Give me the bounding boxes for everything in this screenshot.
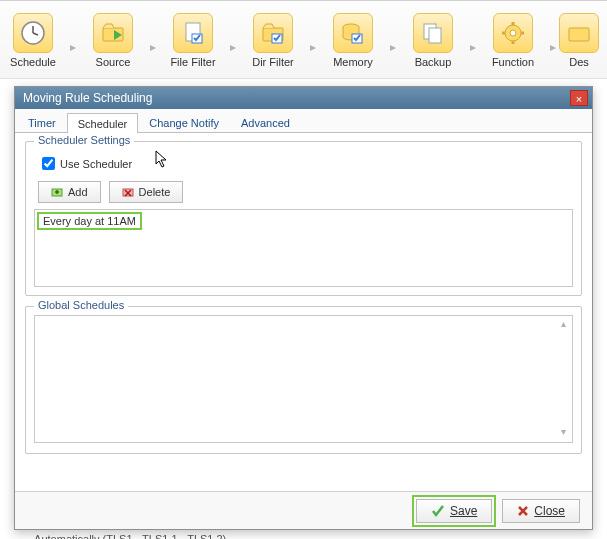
toolbar-label: Des xyxy=(569,56,589,68)
background-text: - Automatically (TLS1 - TLS1.1 - TLS1.2) xyxy=(28,533,226,539)
folder-check-icon xyxy=(253,13,293,53)
button-label: Add xyxy=(68,186,88,198)
toolbar-label: File Filter xyxy=(170,56,215,68)
add-button[interactable]: Add xyxy=(38,181,101,203)
clock-icon xyxy=(13,13,53,53)
group-legend: Global Schedules xyxy=(34,299,128,311)
tab-label: Timer xyxy=(28,117,56,129)
chevron-right-icon: ▸ xyxy=(224,30,242,54)
svg-rect-18 xyxy=(569,28,589,41)
toolbar-label: Dir Filter xyxy=(252,56,294,68)
tab-advanced[interactable]: Advanced xyxy=(230,112,301,132)
global-schedules-listbox[interactable]: ▴ ▾ xyxy=(34,315,573,443)
toolbar-label: Source xyxy=(96,56,131,68)
scheduling-dialog: Moving Rule Scheduling × Timer Scheduler… xyxy=(14,86,593,530)
use-scheduler-label: Use Scheduler xyxy=(60,158,132,170)
close-button[interactable]: Close xyxy=(502,499,580,523)
schedule-item[interactable]: Every day at 11AM xyxy=(37,212,142,230)
close-icon: × xyxy=(576,93,582,105)
button-label: Close xyxy=(534,504,565,518)
toolbar-label: Function xyxy=(492,56,534,68)
close-icon xyxy=(517,505,529,517)
file-check-icon xyxy=(173,13,213,53)
chevron-right-icon: ▸ xyxy=(304,30,322,54)
toolbar-dir-filter[interactable]: Dir Filter xyxy=(242,11,304,72)
schedules-listbox[interactable]: Every day at 11AM xyxy=(34,209,573,287)
main-toolbar: Schedule ▸ Source ▸ File Filter ▸ Dir Fi… xyxy=(0,1,607,79)
folder-icon xyxy=(559,13,599,53)
group-legend: Scheduler Settings xyxy=(34,134,134,146)
dialog-footer: Save Close xyxy=(15,491,592,529)
folder-arrow-icon xyxy=(93,13,133,53)
delete-icon xyxy=(122,186,134,198)
scroll-down-icon[interactable]: ▾ xyxy=(556,426,570,440)
dialog-title: Moving Rule Scheduling xyxy=(23,91,570,105)
scheduler-settings-group: Scheduler Settings Use Scheduler Add Del… xyxy=(25,141,582,296)
toolbar-backup[interactable]: Backup xyxy=(402,11,464,72)
dialog-titlebar[interactable]: Moving Rule Scheduling × xyxy=(15,87,592,109)
db-check-icon xyxy=(333,13,373,53)
use-scheduler-checkbox[interactable] xyxy=(42,157,55,170)
dialog-tabs: Timer Scheduler Change Notify Advanced xyxy=(15,109,592,133)
scroll-up-icon[interactable]: ▴ xyxy=(556,318,570,332)
tab-timer[interactable]: Timer xyxy=(17,112,67,132)
chevron-right-icon: ▸ xyxy=(384,30,402,54)
toolbar-label: Memory xyxy=(333,56,373,68)
toolbar-memory[interactable]: Memory xyxy=(322,11,384,72)
toolbar-label: Backup xyxy=(415,56,452,68)
toolbar-file-filter[interactable]: File Filter xyxy=(162,11,224,72)
chevron-right-icon: ▸ xyxy=(144,30,162,54)
chevron-right-icon: ▸ xyxy=(464,30,482,54)
save-button[interactable]: Save xyxy=(416,499,492,523)
check-icon xyxy=(431,504,445,518)
global-schedules-group: Global Schedules ▴ ▾ xyxy=(25,306,582,454)
tab-label: Scheduler xyxy=(78,118,128,130)
delete-button[interactable]: Delete xyxy=(109,181,184,203)
tab-change-notify[interactable]: Change Notify xyxy=(138,112,230,132)
toolbar-destination[interactable]: Des xyxy=(562,11,596,72)
toolbar-label: Schedule xyxy=(10,56,56,68)
button-label: Delete xyxy=(139,186,171,198)
svg-point-13 xyxy=(510,30,516,36)
tab-label: Change Notify xyxy=(149,117,219,129)
toolbar-schedule[interactable]: Schedule xyxy=(2,11,64,72)
button-label: Save xyxy=(450,504,477,518)
chevron-right-icon: ▸ xyxy=(64,30,82,54)
tab-label: Advanced xyxy=(241,117,290,129)
gear-icon xyxy=(493,13,533,53)
add-icon xyxy=(51,186,63,198)
copy-icon xyxy=(413,13,453,53)
svg-rect-11 xyxy=(429,28,441,43)
toolbar-function[interactable]: Function xyxy=(482,11,544,72)
tab-scheduler[interactable]: Scheduler xyxy=(67,113,139,133)
toolbar-source[interactable]: Source xyxy=(82,11,144,72)
dialog-close-button[interactable]: × xyxy=(570,90,588,106)
